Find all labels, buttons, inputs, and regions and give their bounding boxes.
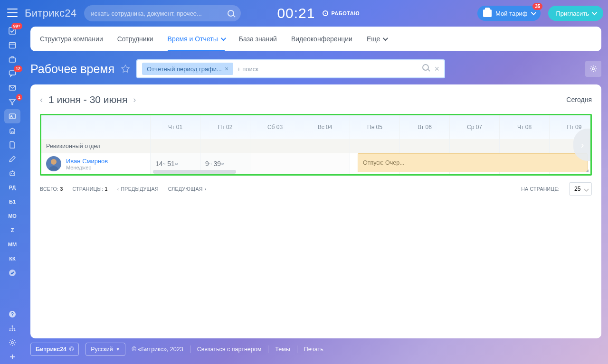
day-header: Сб 03 bbox=[250, 115, 300, 139]
next-period[interactable]: › bbox=[133, 95, 136, 105]
dept-cell bbox=[400, 139, 449, 153]
rail-label[interactable]: РД bbox=[4, 180, 20, 195]
vacation-bar[interactable]: Отпуск: Очер... bbox=[358, 153, 588, 172]
close-icon[interactable]: × bbox=[225, 65, 228, 73]
rail-label[interactable]: КК bbox=[4, 252, 20, 266]
search-input[interactable] bbox=[91, 10, 228, 17]
close-icon[interactable]: × bbox=[435, 64, 440, 74]
avatar[interactable] bbox=[46, 156, 61, 171]
settings-button[interactable] bbox=[585, 61, 601, 77]
svg-point-15 bbox=[12, 330, 13, 331]
dept-cell bbox=[151, 139, 200, 153]
print-link[interactable]: Печать bbox=[304, 346, 323, 353]
svg-point-17 bbox=[11, 342, 13, 344]
rail-tasks[interactable]: 99+ bbox=[4, 24, 20, 38]
global-search[interactable] bbox=[84, 5, 241, 21]
svg-point-18 bbox=[592, 68, 594, 70]
department-row: Ревизионный отдел bbox=[41, 139, 150, 153]
funnel-icon bbox=[9, 98, 16, 106]
time-cell[interactable] bbox=[300, 153, 350, 174]
rail-add[interactable] bbox=[4, 350, 20, 364]
day-header: Ср 07 bbox=[450, 115, 499, 139]
prev-period[interactable]: ‹ bbox=[40, 95, 43, 105]
rail-label[interactable]: Б1 bbox=[4, 195, 20, 209]
lang-label: Русский bbox=[91, 346, 113, 353]
rail-label[interactable]: МО bbox=[4, 209, 20, 223]
rail-check[interactable] bbox=[4, 266, 20, 280]
dept-cell bbox=[350, 139, 399, 153]
rail-chat[interactable]: 12 bbox=[4, 66, 20, 81]
pages-label: СТРАНИЦЫ: 1 bbox=[73, 186, 108, 192]
rail-settings[interactable] bbox=[4, 336, 20, 350]
page-title: Рабочее время bbox=[30, 62, 114, 76]
rail-company[interactable] bbox=[4, 109, 20, 123]
per-page-select[interactable]: 25 bbox=[569, 182, 592, 196]
calendar-icon bbox=[9, 41, 16, 49]
checkmark-circle-icon bbox=[9, 269, 16, 277]
per-page-label: НА СТРАНИЦЕ: bbox=[521, 186, 560, 192]
rail-label[interactable]: ММ bbox=[4, 237, 20, 252]
rail-sign[interactable] bbox=[4, 152, 20, 166]
brand-button[interactable]: Битрикс24© bbox=[30, 343, 79, 356]
invite-button[interactable]: Пригласить bbox=[548, 6, 603, 21]
filter-bar[interactable]: Отчетный период графи...× + поиск × bbox=[136, 59, 445, 78]
gear-icon bbox=[9, 339, 16, 346]
prev-page[interactable]: ‹ ПРЕДЫДУЩАЯ bbox=[117, 186, 159, 192]
mail-icon bbox=[9, 84, 16, 92]
rail-badge: 1 bbox=[16, 94, 22, 101]
time-cell[interactable] bbox=[250, 153, 300, 174]
tab-employees[interactable]: Сотрудники bbox=[117, 27, 153, 51]
tab-structure[interactable]: Структура компании bbox=[40, 27, 103, 51]
record-icon bbox=[323, 10, 328, 16]
resize-handle[interactable] bbox=[586, 169, 589, 172]
filter-placeholder: + поиск bbox=[237, 65, 258, 73]
svg-rect-2 bbox=[10, 58, 16, 62]
menu-icon[interactable] bbox=[7, 9, 18, 17]
rail-help[interactable]: ? bbox=[4, 307, 20, 321]
grid-corner bbox=[41, 115, 150, 139]
working-status[interactable]: РАБОТАЮ bbox=[323, 10, 360, 16]
employee-name[interactable]: Иван Смирнов bbox=[66, 158, 108, 165]
star-icon[interactable] bbox=[121, 65, 130, 73]
chip-label: Отчетный период графи... bbox=[147, 65, 222, 73]
today-button[interactable]: Сегодня bbox=[566, 96, 592, 103]
tab-knowledge[interactable]: База знаний bbox=[239, 27, 277, 51]
timesheet-grid: Ревизионный отдел Иван Смирнов Менеджер … bbox=[40, 114, 592, 176]
search-icon bbox=[228, 10, 234, 17]
tab-more[interactable]: Еще bbox=[367, 27, 387, 51]
period-range: 1 июня - 30 июня bbox=[48, 94, 127, 105]
rail-docs[interactable] bbox=[4, 138, 20, 152]
partner-link[interactable]: Связаться с партнером bbox=[197, 346, 262, 353]
employee-row: Иван Смирнов Менеджер bbox=[41, 153, 150, 174]
rail-building[interactable] bbox=[4, 123, 20, 138]
tab-time-reports[interactable]: Время и Отчеты bbox=[168, 27, 225, 51]
briefcase-icon bbox=[9, 56, 16, 63]
rail-badge: 99+ bbox=[11, 23, 22, 29]
tab-label: Еще bbox=[367, 35, 380, 43]
rail-funnel[interactable]: 1 bbox=[4, 95, 20, 109]
svg-rect-5 bbox=[10, 114, 16, 119]
document-icon bbox=[9, 141, 16, 149]
search-icon[interactable] bbox=[422, 64, 429, 71]
rail-sitemap[interactable] bbox=[4, 321, 20, 336]
themes-link[interactable]: Темы bbox=[275, 346, 290, 353]
rail-calendar[interactable] bbox=[4, 38, 20, 52]
svg-point-13 bbox=[12, 326, 13, 327]
rail-label[interactable]: Z bbox=[4, 223, 20, 237]
top-header: Битрикс24 00:21 РАБОТАЮ Мой тариф 35 При… bbox=[25, 0, 603, 27]
rail-mail[interactable] bbox=[4, 81, 20, 95]
filter-chip[interactable]: Отчетный период графи...× bbox=[142, 63, 233, 75]
employee-role: Менеджер bbox=[66, 165, 108, 170]
svg-rect-7 bbox=[10, 172, 15, 176]
next-page[interactable]: СЛЕДУЮЩАЯ › bbox=[168, 186, 207, 192]
rail-bot[interactable] bbox=[4, 166, 20, 180]
rail-crm[interactable] bbox=[4, 52, 20, 66]
tab-video[interactable]: Видеоконференции bbox=[291, 27, 352, 51]
horizontal-scrollbar[interactable] bbox=[153, 170, 236, 174]
chevron-down-icon bbox=[592, 10, 597, 15]
day-header: Вс 04 bbox=[300, 115, 350, 139]
page-header: Рабочее время Отчетный период графи...× … bbox=[30, 56, 601, 82]
logo[interactable]: Битрикс24 bbox=[25, 7, 76, 19]
tariff-button[interactable]: Мой тариф 35 bbox=[477, 6, 541, 21]
lang-button[interactable]: Русский▼ bbox=[86, 343, 125, 356]
